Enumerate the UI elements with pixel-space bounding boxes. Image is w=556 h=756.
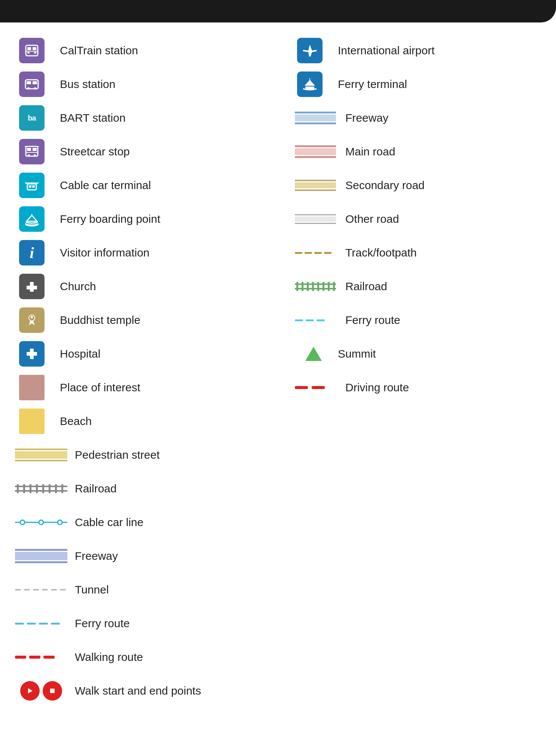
visitor-info-icon: i [15,240,49,265]
svg-point-9 [27,87,30,89]
railroad-left-icon [15,483,67,494]
right-column: International airport Ferry terminal [278,30,556,711]
list-item: Freeway [293,101,545,135]
svg-point-15 [28,154,30,157]
list-item: Bus station [15,67,267,101]
streetcar-label: Streetcar stop [60,145,130,158]
list-item: Railroad [15,472,267,505]
svg-rect-2 [33,47,36,50]
svg-rect-11 [26,146,38,156]
svg-point-16 [34,154,36,157]
freeway-left-icon [15,549,67,563]
svg-point-34 [58,520,62,525]
pedestrian-label: Pedestrian street [75,448,160,462]
poi-icon [15,375,49,400]
visitor-info-label: Visitor information [60,246,150,259]
caltrain-icon [15,38,49,63]
driving-route-icon [293,386,338,389]
bart-icon: ba [15,105,49,131]
svg-rect-7 [27,81,31,84]
railroad-right-icon [293,281,338,292]
svg-rect-12 [27,148,31,151]
caltrain-label: CalTrain station [60,44,138,57]
summit-icon [293,347,327,361]
stop-icon [43,681,62,701]
streetcar-icon [15,139,49,164]
svg-rect-36 [50,689,55,693]
svg-marker-35 [28,688,33,693]
svg-rect-3 [27,52,30,54]
svg-rect-4 [34,52,36,54]
list-item: Ferry route [293,303,545,337]
ferry-route-right-icon [293,319,338,321]
other-road-icon [293,214,338,224]
main-road-icon [293,145,338,158]
secondary-road-icon [293,180,338,191]
ferry-route-left-icon [15,623,67,625]
svg-rect-30 [27,352,37,356]
buddhist-icon [15,307,49,333]
list-item: Driving route [293,371,545,404]
pedestrian-icon [15,449,67,461]
hospital-label: Hospital [60,347,100,361]
svg-point-33 [39,520,43,525]
svg-rect-0 [26,45,38,56]
list-item: Streetcar stop [15,135,267,168]
bart-label: BART station [60,111,126,125]
list-item: International airport [293,34,545,67]
airport-icon [293,38,327,63]
ferry-terminal-icon [293,72,327,97]
list-item: Freeway [15,539,267,573]
walking-route-label: Walking route [75,650,143,664]
secondary-road-label: Secondary road [345,179,425,192]
list-item: Cable car line [15,505,267,539]
list-item: Secondary road [293,168,545,202]
list-item: Place of interest [15,371,267,404]
left-column: CalTrain station Bus station [0,30,278,711]
list-item: CalTrain station [15,34,267,67]
list-item: i Visitor information [15,236,267,270]
cablecar-terminal-label: Cable car terminal [60,179,151,192]
list-item: Railroad [293,270,545,303]
svg-rect-37 [305,86,314,89]
poi-label: Place of interest [60,381,140,394]
buddhist-label: Buddhist temple [60,313,140,327]
list-item: Ferry terminal [293,67,545,101]
list-item: Walk start and end points [15,674,267,708]
list-item: Main road [293,135,545,168]
list-item: Summit [293,337,545,371]
church-label: Church [60,280,96,293]
ferry-terminal-label: Ferry terminal [338,78,407,91]
cablecar-terminal-icon [15,173,49,198]
tunnel-label: Tunnel [75,583,109,596]
list-item: ba BART station [15,101,267,135]
beach-label: Beach [60,415,92,428]
driving-route-label: Driving route [345,381,409,394]
list-item: Ferry route [15,607,267,640]
walk-endpoints-icon [15,681,67,701]
svg-rect-13 [33,148,37,151]
list-item: Beach [15,404,267,438]
svg-rect-20 [27,184,36,190]
ferry-boarding-icon [15,206,49,232]
bus-station-icon [15,72,49,97]
other-road-label: Other road [345,212,399,226]
play-icon [20,681,40,701]
hospital-icon [15,341,49,367]
walking-route-icon [15,656,67,659]
legend-content: CalTrain station Bus station [0,22,556,726]
svg-rect-23 [32,185,35,188]
railroad-left-label: Railroad [75,482,117,495]
track-footpath-label: Track/footpath [345,246,417,259]
main-road-label: Main road [345,145,395,158]
ferry-route-left-label: Ferry route [75,617,130,630]
svg-rect-8 [33,81,37,84]
bus-station-label: Bus station [60,78,115,91]
summit-label: Summit [338,347,376,361]
railroad-right-label: Railroad [345,280,387,293]
svg-point-10 [34,87,36,89]
list-item: Hospital [15,337,267,371]
list-item: Church [15,270,267,303]
beach-icon [15,409,49,434]
walk-endpoints-label: Walk start and end points [75,684,201,698]
